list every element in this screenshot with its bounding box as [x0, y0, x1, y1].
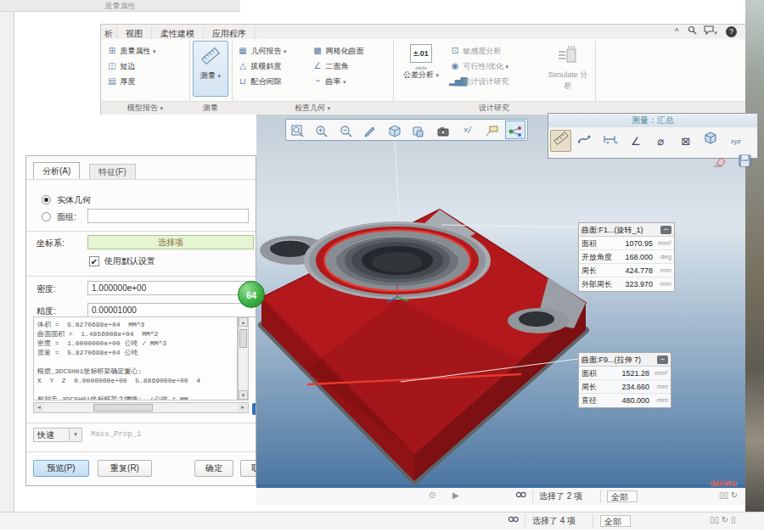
clear-measurements-icon[interactable] [710, 152, 731, 174]
measure-panel-title[interactable]: 测量：汇总 [548, 114, 757, 127]
collapse-callout-icon[interactable]: − [660, 226, 671, 234]
measure-distance-icon[interactable] [600, 130, 621, 152]
graphics-viewport[interactable]: ×/ [256, 115, 745, 486]
simulate-icon [546, 41, 590, 70]
spin-center-icon[interactable] [505, 120, 525, 139]
sensitivity-icon: ⊡ [449, 43, 461, 58]
model-3d-flange[interactable] [256, 115, 745, 486]
menu-overlay-label: MENU [711, 479, 738, 488]
results-vertical-scrollbar[interactable]: ▲ ▼ [238, 316, 249, 400]
measure-button[interactable]: 测量 ▾ [193, 41, 228, 97]
mesh-surface-button[interactable]: ▩ 网格化曲面 [312, 43, 364, 58]
measure-transform-icon[interactable]: xyz [725, 130, 746, 152]
background-window-title: 质量属性 [105, 2, 136, 10]
short-edge-button[interactable]: ◫ 短边 [106, 59, 136, 73]
zoom-fit-icon[interactable] [288, 120, 308, 139]
draft-analysis-button[interactable]: △ 拔模斜度 [237, 59, 282, 73]
solid-geometry-radio[interactable] [42, 195, 51, 204]
find-icon[interactable] [515, 490, 526, 501]
background-window-titlebar[interactable]: 质量属性 [0, 0, 240, 12]
saved-views-icon[interactable] [385, 120, 405, 139]
callout-row: 面积1521.28mm² [579, 367, 671, 380]
display-style-icon[interactable] [408, 120, 429, 139]
measure-area-icon[interactable]: ⊠ [675, 130, 696, 152]
info-icon[interactable]: i [252, 403, 256, 415]
measure-length-icon[interactable] [575, 130, 596, 152]
measure-callout-extrude7[interactable]: 曲面:F9...(拉伸 7) − 面积1521.28mm² 周长234.660m… [578, 352, 671, 408]
quilt-collector-field[interactable] [87, 209, 249, 223]
analysis-name-field[interactable]: Mass_Prop_1 [91, 430, 141, 439]
save-measurements-icon[interactable] [734, 152, 756, 174]
status-widget-icons[interactable]: ▯▯ ↻ [719, 490, 738, 500]
stop-icon[interactable]: ⊙ [429, 490, 435, 500]
quick-combo[interactable]: 快速 ▾ [33, 428, 82, 442]
callout-row: 面积1070.95mm² [579, 237, 674, 250]
short-edge-icon: ◫ [106, 59, 118, 73]
status-bar-main: 选择了 4 项 全部 ▯▯ ↻ ▯ [0, 512, 764, 529]
results-textarea[interactable]: 体积 = 5.8270698e+04 MM^3 曲面面积 = 1.4856008… [33, 316, 238, 400]
scrollbar-thumb[interactable] [93, 404, 153, 412]
quick-dropdown-icon[interactable]: ▾ [69, 428, 81, 441]
measure-summary-icon[interactable] [550, 130, 571, 152]
callout-row: 开放角度168.000deg [579, 250, 674, 264]
dihedral-angle-button[interactable]: ∠ 二面角 [312, 59, 349, 73]
csys-collector-field[interactable]: 选择项 [87, 235, 254, 249]
mass-properties-dialog: 分析(A) 特征(F) 实体几何 面组: 坐标系: 选择项 ✔ 使用默认设置 密… [25, 155, 256, 486]
mass-properties-button[interactable]: ⊞ 质量属性 ▾ [106, 43, 156, 58]
divider [26, 179, 256, 180]
repeat-button[interactable]: 重复(R) [98, 460, 152, 477]
find-icon[interactable] [508, 515, 519, 526]
ok-button[interactable]: 确定 [194, 460, 233, 477]
results-horizontal-scrollbar[interactable]: ◄ ► [33, 402, 249, 413]
annotation-display-icon[interactable] [481, 120, 502, 139]
collapse-callout-icon[interactable]: − [657, 356, 668, 364]
feedback-chat-icon[interactable]: ▾ [700, 25, 721, 38]
measure-volume-icon[interactable] [700, 130, 722, 152]
zoom-out-icon[interactable] [336, 120, 357, 139]
left-panel-strip [0, 12, 14, 512]
thickness-button[interactable]: ▤ 厚度 [106, 74, 136, 88]
selection-count: 选择了 4 项 [532, 515, 576, 527]
status-widget-icons[interactable]: ▯▯ ↻ ▯ [710, 515, 735, 524]
accuracy-label: 精度: [37, 305, 56, 317]
use-default-checkbox[interactable]: ✔ [89, 256, 99, 266]
datum-display-icon[interactable]: ×/ [457, 120, 477, 139]
pairs-clearance-icon: ⊔ [237, 74, 249, 88]
measure-summary-panel: 测量：汇总 ∠ ⌀ ⊠ xyz [548, 113, 758, 159]
group-model-report[interactable]: 模型报告 ▾ [101, 102, 189, 115]
measure-diameter-icon[interactable]: ⌀ [650, 130, 671, 152]
perspective-camera-icon[interactable] [433, 120, 453, 139]
feasibility-icon: ◉ [449, 59, 461, 73]
geometry-report-button[interactable]: ▦ 几何报告 ▾ [237, 43, 287, 58]
density-combo[interactable]: 1.000000e+00 ▾ [87, 281, 256, 295]
dialog-tab-analysis[interactable]: 分析(A) [33, 162, 80, 179]
group-inspect-geometry[interactable]: 检查几何 ▾ [232, 102, 393, 115]
recording-badge: 64 [238, 281, 265, 308]
tolerance-analysis-button[interactable]: ±.01ıılıılıı 公差分析 ▾ [398, 41, 444, 97]
sensitivity-analysis-button[interactable]: ⊡ 敏感度分析 [449, 43, 502, 58]
minimize-ribbon-icon[interactable]: ^ [670, 25, 683, 38]
dialog-tab-feature[interactable]: 特征(F) [89, 164, 136, 179]
solid-geometry-label: 实体几何 [57, 194, 91, 206]
preview-button[interactable]: 预览(P) [33, 460, 89, 477]
repaint-icon[interactable] [360, 120, 380, 139]
selection-filter[interactable]: 全部 [600, 515, 631, 527]
cancel-button[interactable]: 取消 [240, 460, 256, 477]
quilt-radio[interactable] [42, 212, 51, 221]
simulate-analysis-button[interactable]: Simulate 分析 [546, 41, 590, 97]
measure-callout-rotate1[interactable]: 曲面:F1...(旋转_1) − 面积1070.95mm² 开放角度168.00… [578, 222, 675, 292]
callout-row: 直径480.000mm [579, 394, 671, 407]
measure-angle-icon[interactable]: ∠ [625, 130, 646, 152]
feasibility-optimization-button[interactable]: ◉ 可行性/优化 ▾ [449, 59, 508, 73]
accuracy-field[interactable]: 0.00001000 [87, 303, 256, 317]
scrollbar-thumb[interactable] [239, 329, 247, 348]
pairs-clearance-button[interactable]: ⊔ 配合间隙 [237, 74, 282, 88]
command-search-icon[interactable] [685, 25, 699, 38]
statistics-icon: ▂▅▇ [449, 74, 461, 88]
statistical-design-study-button[interactable]: ▂▅▇ 统计设计研究 [449, 74, 509, 88]
zoom-in-icon[interactable] [312, 120, 332, 139]
curvature-button[interactable]: ~ 曲率 ▾ [312, 74, 346, 88]
play-icon[interactable]: ▶ [452, 490, 459, 500]
selection-filter[interactable]: 全部 [607, 490, 638, 502]
help-icon[interactable]: ? [726, 26, 737, 37]
